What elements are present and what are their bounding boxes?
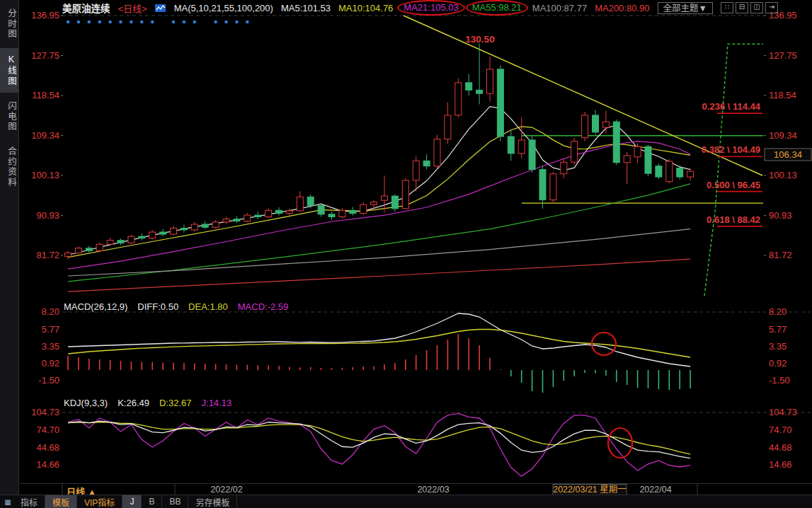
fibonacci-levels: 0.236 \ 114.440.382 \ 104.490.500 \ 96.4… — [702, 101, 762, 226]
macd-header: MACD(26,12,9) DIFF:0.50 DEA:1.80 MACD:-2… — [64, 301, 288, 312]
ma10-value: MA10:104.76 — [338, 3, 393, 13]
svg-text:2022/02: 2022/02 — [210, 485, 242, 495]
highlight-circles — [592, 333, 632, 458]
svg-text:2022/04: 2022/04 — [639, 485, 671, 495]
theme-selector-button[interactable]: 全部主题▼ — [658, 2, 713, 14]
tab-templates[interactable]: 模板 — [45, 495, 77, 508]
ma5-value: MA5:101.53 — [281, 3, 331, 13]
svg-text:5.77: 5.77 — [769, 324, 787, 335]
sidebar-item-flash-chart[interactable]: 闪电图 — [0, 95, 18, 139]
kdj-header: KDJ(9,3,3) K:26.49 D:32.67 J:14.13 — [64, 398, 231, 408]
bottom-toolbar: ▦ 指标 模板 VIP指标 J B BB 另存模板 — [0, 495, 812, 508]
macd-title: MACD(26,12,9) — [64, 301, 127, 312]
svg-text:118.54: 118.54 — [769, 90, 796, 100]
svg-text:109.34: 109.34 — [769, 130, 797, 141]
ma55-value-circled: MA55:98.21 — [466, 0, 528, 16]
svg-text:127.75: 127.75 — [31, 50, 59, 61]
macd-diff-value: DIFF:0.50 — [137, 301, 178, 312]
macd-panel: 8.208.205.775.773.353.350.920.92-1.50-1.… — [38, 306, 789, 393]
svg-text:81.72: 81.72 — [36, 250, 59, 260]
trading-terminal: 美原油连续 <日线> MA(5,10,21,55,100,200) MA5:10… — [0, 0, 812, 508]
save-template-button[interactable]: 另存模板 — [188, 495, 237, 508]
signal-dots — [67, 21, 249, 24]
svg-text:100.13: 100.13 — [769, 170, 797, 180]
svg-text:0.92: 0.92 — [42, 358, 59, 369]
svg-text:8.20: 8.20 — [769, 306, 787, 317]
indicator-panel-icon[interactable]: ▦ — [2, 495, 13, 508]
layout-right-icon[interactable]: ◫ — [750, 2, 763, 13]
tab-vip-indicators[interactable]: VIP指标 — [77, 495, 122, 508]
svg-text:5.77: 5.77 — [42, 324, 59, 335]
svg-text:8.20: 8.20 — [42, 306, 59, 317]
drawing-annotations — [404, 16, 763, 296]
sidebar: 分时图 K线图 闪电图 合约资料 — [0, 0, 19, 495]
svg-text:100.13: 100.13 — [31, 170, 59, 180]
svg-text:-1.50: -1.50 — [769, 375, 790, 386]
layout-grid-icon[interactable]: ∷ — [721, 2, 733, 13]
svg-text:2022/03/21 星期一: 2022/03/21 星期一 — [553, 485, 627, 495]
chart-canvas[interactable]: 136.95136.95127.75127.75118.54118.54109.… — [0, 0, 812, 508]
layout-export-icon[interactable]: ⇥ — [765, 2, 778, 13]
layout-bottom-icon[interactable]: ⊟ — [736, 2, 748, 13]
sidebar-item-kline-chart[interactable]: K线图 — [0, 48, 18, 93]
macd-value: MACD:-2.59 — [238, 301, 289, 312]
svg-text:0.500 \ 96.45: 0.500 \ 96.45 — [707, 180, 760, 190]
svg-text:14.66: 14.66 — [769, 459, 792, 470]
svg-text:3.35: 3.35 — [42, 341, 59, 352]
ma200-value: MA200:80.90 — [595, 3, 649, 13]
symbol-title: 美原油连续 — [62, 1, 110, 15]
ma-lines — [68, 107, 690, 291]
svg-text:127.75: 127.75 — [769, 50, 797, 61]
svg-text:104.73: 104.73 — [31, 407, 59, 417]
kdj-d-value: D:32.67 — [159, 398, 192, 408]
svg-text:90.93: 90.93 — [36, 210, 59, 221]
period-tag: <日线> — [118, 1, 147, 15]
sidebar-item-contract-info[interactable]: 合约资料 — [0, 140, 18, 194]
svg-text:0.92: 0.92 — [769, 358, 787, 369]
svg-text:74.70: 74.70 — [769, 425, 792, 435]
svg-text:2022/03: 2022/03 — [417, 485, 449, 495]
candlestick-layer — [65, 44, 694, 260]
svg-text:136.95: 136.95 — [31, 10, 59, 21]
tab-indicators[interactable]: 指标 — [13, 495, 45, 508]
svg-text:-1.50: -1.50 — [38, 375, 59, 386]
tab-template-b[interactable]: B — [142, 495, 162, 508]
peak-price-label: 130.50 — [465, 34, 494, 45]
svg-text:44.68: 44.68 — [769, 442, 792, 453]
tab-template-bb[interactable]: BB — [162, 495, 188, 508]
kdj-k-value: K:26.49 — [118, 398, 149, 408]
kdj-j-value: J:14.13 — [202, 398, 232, 408]
svg-text:130.50: 130.50 — [465, 34, 494, 45]
tab-template-j[interactable]: J — [122, 495, 142, 508]
macd-dea-value: DEA:1.80 — [188, 301, 228, 312]
ma100-value: MA100:87.77 — [532, 3, 587, 13]
svg-text:44.68: 44.68 — [36, 442, 59, 453]
svg-text:118.54: 118.54 — [32, 90, 59, 100]
sidebar-item-time-chart[interactable]: 分时图 — [0, 2, 18, 46]
ma-config-label: MA(5,10,21,55,100,200) — [174, 3, 273, 13]
svg-text:0.236 \ 114.44: 0.236 \ 114.44 — [702, 101, 761, 112]
ma21-value-circled: MA21:105.03 — [397, 0, 464, 16]
svg-text:104.73: 104.73 — [769, 407, 797, 417]
svg-text:0.618 \ 88.42: 0.618 \ 88.42 — [707, 214, 760, 225]
svg-text:0.382 \ 104.49: 0.382 \ 104.49 — [702, 144, 760, 155]
svg-text:106.34: 106.34 — [774, 149, 802, 160]
kline-chart-icon[interactable] — [155, 4, 166, 13]
svg-text:109.34: 109.34 — [31, 130, 59, 141]
kdj-panel: 104.73104.7374.7074.7044.6844.6814.6614.… — [31, 407, 797, 476]
svg-text:81.72: 81.72 — [769, 250, 792, 260]
svg-text:74.70: 74.70 — [36, 425, 59, 435]
price-readout-box: 106.34 — [765, 149, 811, 161]
svg-text:3.35: 3.35 — [769, 341, 787, 352]
chart-header: 美原油连续 <日线> MA(5,10,21,55,100,200) MA5:10… — [62, 0, 807, 16]
window-layout-icons: ∷ ⊟ ◫ ⇥ — [721, 2, 778, 13]
svg-text:90.93: 90.93 — [769, 210, 792, 221]
date-axis: 2022/022022/032022/03/21 星期一2022/04 — [210, 485, 671, 495]
kdj-title: KDJ(9,3,3) — [64, 398, 108, 408]
svg-text:14.66: 14.66 — [36, 459, 59, 470]
